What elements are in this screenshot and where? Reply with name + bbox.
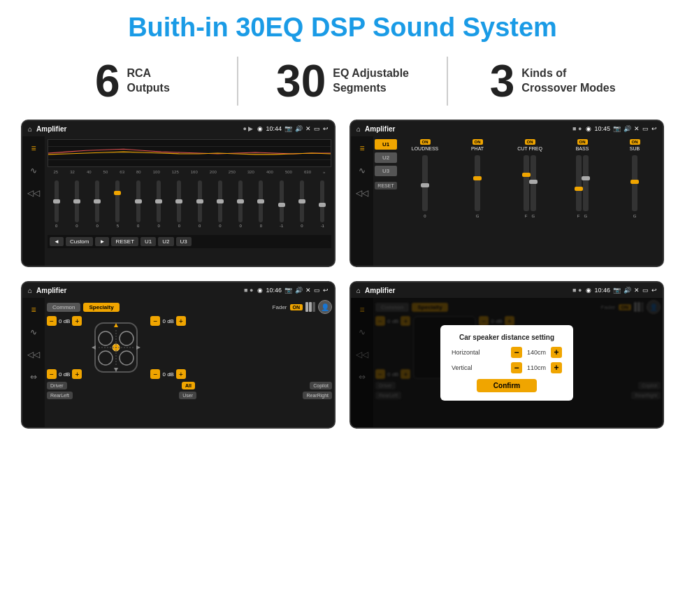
confirm-button[interactable]: Confirm [477,379,537,392]
horizontal-minus[interactable]: − [511,347,522,358]
rearleft-btn[interactable]: RearLeft [47,392,73,399]
preset-u2-btn[interactable]: U2 [375,152,397,163]
sidebar-vol-icon[interactable]: ◁◁ [26,185,41,201]
eq-u1-btn[interactable]: U1 [140,237,156,246]
sidebar-wave-icon-2[interactable]: ∿ [354,163,370,178]
bass-on[interactable]: ON [577,139,588,145]
stat-number-rca: 6 [95,59,120,103]
volume-icon-2: 🔊 [623,125,631,132]
freq-320: 320 [247,170,254,174]
loudness-sliders [422,154,428,213]
rearright-btn[interactable]: RearRight [303,392,332,399]
right-vol-controls: − 0 dB + − 0 dB + [150,316,185,379]
fader-on-toggle[interactable]: ON [290,304,303,310]
rearright-vol-minus[interactable]: − [150,369,160,379]
eq-slider-6[interactable]: 0 [157,176,161,232]
crossover-reset-btn[interactable]: RESET [375,182,397,189]
cutfreq-slider-f[interactable] [524,155,529,211]
vertical-minus[interactable]: − [511,362,522,373]
dialog-box: Car speaker distance setting Horizontal … [440,325,573,401]
phat-slider-1[interactable] [475,155,480,211]
sidebar-eq-icon-3[interactable]: ≡ [26,302,41,317]
sidebar-vol-icon-3[interactable]: ◁◁ [26,347,41,362]
eq-slider-1[interactable]: 0 [55,176,59,232]
eq-slider-7[interactable]: 0 [177,176,181,232]
eq-custom-btn[interactable]: Custom [66,237,94,246]
bass-val-g: G [584,214,588,218]
user-btn[interactable]: User [179,392,196,399]
freq-200: 200 [210,170,217,174]
sidebar-eq-icon[interactable]: ≡ [26,141,41,156]
left-vol-controls: − 0 dB + − 0 dB + [47,316,82,379]
eq-slider-8[interactable]: 0 [198,176,202,232]
home-icon-2[interactable]: ⌂ [356,125,361,133]
eq-slider-11[interactable]: 0 [259,176,263,232]
driver-btn[interactable]: Driver [47,382,67,389]
rearleft-vol-minus[interactable]: − [47,369,57,379]
eq-status-icons: ◉ 10:44 📷 🔊 ✕ ▭ ↩ [257,125,329,132]
cutfreq-slider-g[interactable] [531,155,536,211]
freq-500: 500 [285,170,292,174]
eq-slider-14[interactable]: -1 [320,176,324,232]
phat-on[interactable]: ON [473,139,483,145]
preset-u1-btn[interactable]: U1 [375,139,397,150]
vertical-plus[interactable]: + [551,362,562,373]
eq-reset-btn[interactable]: RESET [111,237,138,246]
car-diagram-area [85,316,147,379]
copilot-btn[interactable]: Copilot [310,382,332,389]
page-title: Buith-in 30EQ DSP Sound System [0,0,685,50]
sidebar-wave-icon[interactable]: ∿ [26,163,41,178]
tab-common[interactable]: Common [47,303,80,312]
back-icon-2[interactable]: ↩ [651,125,657,132]
rearright-vol-plus[interactable]: + [176,369,186,379]
home-icon-4[interactable]: ⌂ [356,287,361,294]
cutfreq-on[interactable]: ON [525,139,535,145]
eq-slider-10[interactable]: 0 [238,176,243,232]
eq-slider-13[interactable]: 0 [300,176,304,232]
sidebar-expand-icon[interactable]: ⇔ [26,369,41,385]
bass-slider-g[interactable] [583,155,589,211]
eq-slider-5[interactable]: 0 [136,176,140,232]
eq-slider-9[interactable]: 0 [218,176,222,232]
horizontal-plus[interactable]: + [551,347,562,358]
eq-u2-btn[interactable]: U2 [158,237,173,246]
preset-u3-btn[interactable]: U3 [375,166,397,176]
eq-slider-12[interactable]: -1 [280,176,284,232]
rearleft-vol-plus[interactable]: + [72,369,82,379]
sidebar-wave-icon-3[interactable]: ∿ [26,324,41,340]
back-icon-4[interactable]: ↩ [651,287,657,294]
freq-160: 160 [191,170,198,174]
dialog-status-bar: ⌂ Amplifier ■ ● ◉ 10:46 📷 🔊 ✕ ▭ ↩ [351,282,663,298]
eq-slider-3[interactable]: 0 [95,176,99,232]
fader-bottom-buttons: Driver All Copilot [47,382,332,389]
driver-vol-plus[interactable]: + [72,316,82,326]
home-icon[interactable]: ⌂ [28,125,32,133]
eq-slider-2[interactable]: 0 [75,176,79,232]
back-icon-3[interactable]: ↩ [323,287,329,294]
eq-prev-btn[interactable]: ◄ [50,237,64,246]
camera-icon-3: 📷 [284,287,292,294]
avatar-icon[interactable]: 👤 [318,300,332,314]
loudness-slider-1[interactable] [422,155,428,211]
screen-dialog: ⌂ Amplifier ■ ● ◉ 10:46 📷 🔊 ✕ ▭ ↩ ≡ ∿ ◁◁… [349,281,664,429]
sub-slider[interactable] [632,155,637,211]
ctrl-sub: ON SUB G [610,139,660,263]
sidebar-vol-icon-2[interactable]: ◁◁ [354,185,370,201]
back-icon[interactable]: ↩ [323,125,329,132]
eq-graph [48,139,331,167]
tab-specialty[interactable]: Specialty [83,303,119,312]
driver-vol-minus[interactable]: − [47,316,57,326]
eq-val-9: 0 [219,224,221,228]
loudness-on[interactable]: ON [420,139,431,145]
copilot-vol-plus[interactable]: + [176,316,186,326]
sub-on[interactable]: ON [630,139,640,145]
eq-play-btn[interactable]: ► [95,237,109,246]
eq-slider-4[interactable]: 5 [115,176,120,232]
home-icon-3[interactable]: ⌂ [28,287,32,294]
all-btn[interactable]: All [182,382,195,389]
eq-u3-btn[interactable]: U3 [176,237,192,246]
fader-title: Amplifier [36,287,66,294]
copilot-vol-minus[interactable]: − [150,316,160,326]
bass-slider-f[interactable] [576,155,582,211]
sidebar-eq-icon-2[interactable]: ≡ [354,141,370,156]
